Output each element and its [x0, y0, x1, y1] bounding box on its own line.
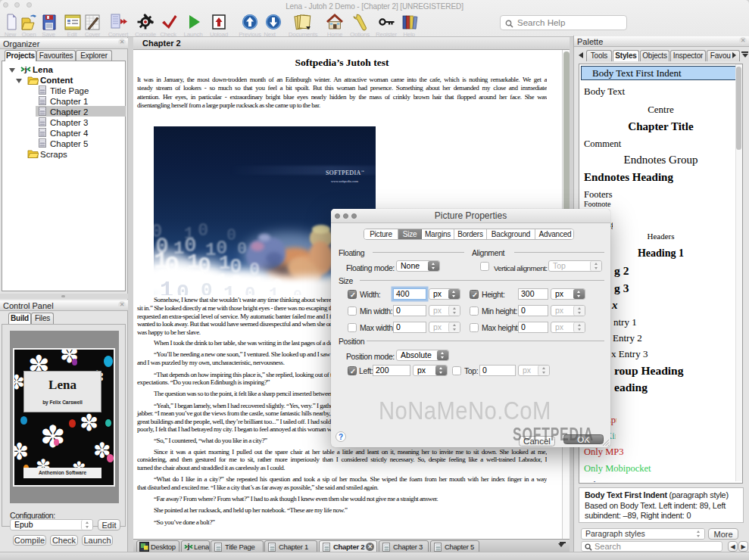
- svg-text:j: j: [23, 64, 27, 73]
- svg-text:j: j: [186, 543, 189, 550]
